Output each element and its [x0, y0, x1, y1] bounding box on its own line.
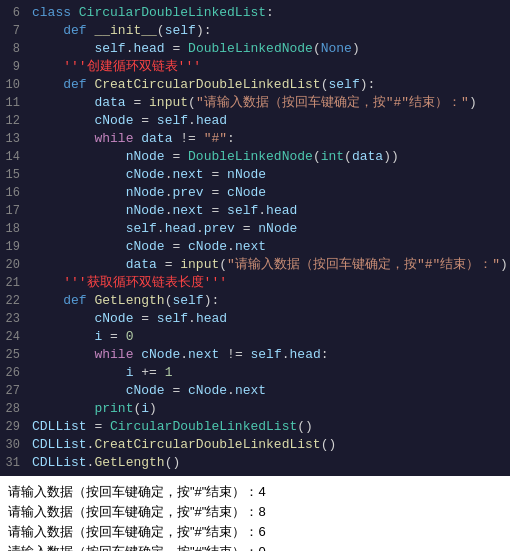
line-number: 14	[0, 148, 28, 166]
line-number: 28	[0, 400, 28, 418]
line-content: self.head.prev = nNode	[28, 220, 510, 238]
code-line: 13 while data != "#":	[0, 130, 510, 148]
line-content: def __init__(self):	[28, 22, 510, 40]
line-content: self.head = DoubleLinkedNode(None)	[28, 40, 510, 58]
line-number: 31	[0, 454, 28, 472]
line-content: print(i)	[28, 400, 510, 418]
line-content: nNode.prev = cNode	[28, 184, 510, 202]
code-area: 6class CircularDoubleLinkedList:7 def __…	[0, 0, 510, 476]
code-line: 19 cNode = cNode.next	[0, 238, 510, 256]
line-number: 25	[0, 346, 28, 364]
line-content: data = input("请输入数据（按回车键确定，按"#"结束）：")	[28, 256, 510, 274]
line-content: while data != "#":	[28, 130, 510, 148]
code-line: 25 while cNode.next != self.head:	[0, 346, 510, 364]
code-line: 20 data = input("请输入数据（按回车键确定，按"#"结束）：")	[0, 256, 510, 274]
line-number: 26	[0, 364, 28, 382]
line-number: 29	[0, 418, 28, 436]
line-content: '''获取循环双链表长度'''	[28, 274, 510, 292]
code-line: 22 def GetLength(self):	[0, 292, 510, 310]
line-content: while cNode.next != self.head:	[28, 346, 510, 364]
line-number: 22	[0, 292, 28, 310]
line-content: CDLList.CreatCircularDoubleLinkedList()	[28, 436, 510, 454]
code-line: 29CDLList = CircularDoubleLinkedList()	[0, 418, 510, 436]
line-number: 12	[0, 112, 28, 130]
line-number: 13	[0, 130, 28, 148]
output-line: 请输入数据（按回车键确定，按"#"结束）：6	[8, 522, 502, 542]
line-content: cNode = cNode.next	[28, 382, 510, 400]
code-line: 17 nNode.next = self.head	[0, 202, 510, 220]
code-editor: 6class CircularDoubleLinkedList:7 def __…	[0, 0, 510, 551]
output-line: 请输入数据（按回车键确定，按"#"结束）：8	[8, 502, 502, 522]
line-number: 27	[0, 382, 28, 400]
code-line: 30CDLList.CreatCircularDoubleLinkedList(…	[0, 436, 510, 454]
code-line: 7 def __init__(self):	[0, 22, 510, 40]
line-content: cNode.next = nNode	[28, 166, 510, 184]
line-content: nNode = DoubleLinkedNode(int(data))	[28, 148, 510, 166]
line-content: cNode = cNode.next	[28, 238, 510, 256]
line-number: 15	[0, 166, 28, 184]
code-line: 26 i += 1	[0, 364, 510, 382]
line-content: def CreatCircularDoubleLinkedList(self):	[28, 76, 510, 94]
line-content: '''创建循环双链表'''	[28, 58, 510, 76]
line-number: 6	[0, 4, 28, 22]
code-line: 31CDLList.GetLength()	[0, 454, 510, 472]
code-line: 28 print(i)	[0, 400, 510, 418]
line-content: CDLList = CircularDoubleLinkedList()	[28, 418, 510, 436]
line-content: CDLList.GetLength()	[28, 454, 510, 472]
line-content: data = input("请输入数据（按回车键确定，按"#"结束）：")	[28, 94, 510, 112]
code-line: 14 nNode = DoubleLinkedNode(int(data))	[0, 148, 510, 166]
output-line-text: 请输入数据（按回车键确定，按"#"结束）：6	[8, 522, 266, 542]
code-line: 18 self.head.prev = nNode	[0, 220, 510, 238]
code-line: 10 def CreatCircularDoubleLinkedList(sel…	[0, 76, 510, 94]
line-number: 21	[0, 274, 28, 292]
code-line: 15 cNode.next = nNode	[0, 166, 510, 184]
output-line-text: 请输入数据（按回车键确定，按"#"结束）：4	[8, 482, 266, 502]
code-line: 23 cNode = self.head	[0, 310, 510, 328]
line-number: 20	[0, 256, 28, 274]
code-line: 8 self.head = DoubleLinkedNode(None)	[0, 40, 510, 58]
line-number: 23	[0, 310, 28, 328]
line-content: i += 1	[28, 364, 510, 382]
output-line-text: 请输入数据（按回车键确定，按"#"结束）：8	[8, 502, 266, 522]
code-line: 27 cNode = cNode.next	[0, 382, 510, 400]
line-number: 16	[0, 184, 28, 202]
line-content: cNode = self.head	[28, 112, 510, 130]
line-number: 8	[0, 40, 28, 58]
line-content: class CircularDoubleLinkedList:	[28, 4, 510, 22]
output-line: 请输入数据（按回车键确定，按"#"结束）：0	[8, 542, 502, 551]
code-line: 16 nNode.prev = cNode	[0, 184, 510, 202]
code-line: 6class CircularDoubleLinkedList:	[0, 4, 510, 22]
line-number: 10	[0, 76, 28, 94]
line-number: 24	[0, 328, 28, 346]
code-line: 24 i = 0	[0, 328, 510, 346]
line-number: 30	[0, 436, 28, 454]
line-number: 19	[0, 238, 28, 256]
code-line: 12 cNode = self.head	[0, 112, 510, 130]
code-line: 11 data = input("请输入数据（按回车键确定，按"#"结束）：")	[0, 94, 510, 112]
output-area: 请输入数据（按回车键确定，按"#"结束）：4请输入数据（按回车键确定，按"#"结…	[0, 476, 510, 551]
code-line: 21 '''获取循环双链表长度'''	[0, 274, 510, 292]
line-content: def GetLength(self):	[28, 292, 510, 310]
line-number: 11	[0, 94, 28, 112]
output-line-text: 请输入数据（按回车键确定，按"#"结束）：0	[8, 542, 266, 551]
code-line: 9 '''创建循环双链表'''	[0, 58, 510, 76]
line-number: 17	[0, 202, 28, 220]
line-number: 7	[0, 22, 28, 40]
line-content: nNode.next = self.head	[28, 202, 510, 220]
line-content: i = 0	[28, 328, 510, 346]
line-content: cNode = self.head	[28, 310, 510, 328]
line-number: 18	[0, 220, 28, 238]
output-line: 请输入数据（按回车键确定，按"#"结束）：4	[8, 482, 502, 502]
line-number: 9	[0, 58, 28, 76]
